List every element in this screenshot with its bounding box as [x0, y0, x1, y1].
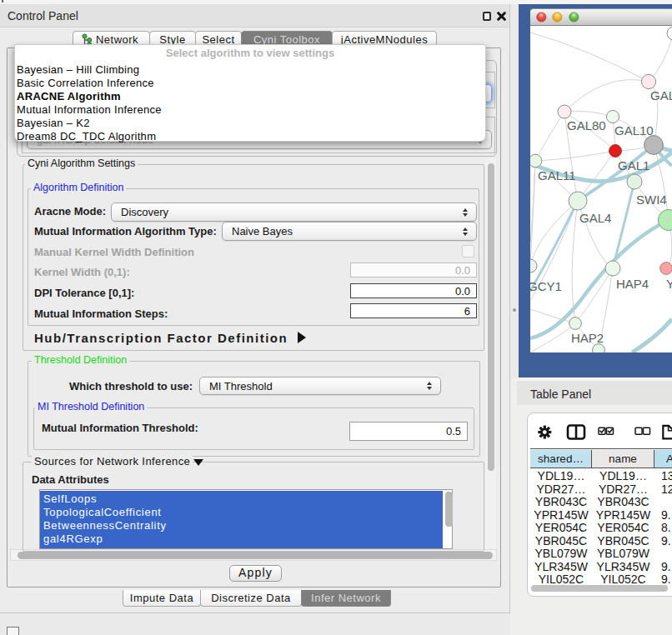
- svg-text:GAL7: GAL7: [650, 88, 672, 102]
- svg-text:GAL80: GAL80: [567, 118, 606, 132]
- svg-text:GAL1: GAL1: [618, 158, 649, 172]
- svg-text:GCY1: GCY1: [530, 279, 562, 293]
- svg-text:SWI4: SWI4: [636, 192, 667, 207]
- svg-text:GAL4: GAL4: [579, 211, 611, 225]
- svg-text:GAL10: GAL10: [614, 123, 654, 138]
- svg-text:YE: YE: [666, 277, 672, 291]
- svg-text:HAP4: HAP4: [616, 277, 649, 291]
- svg-text:HAP2: HAP2: [571, 331, 604, 345]
- svg-text:GAL11: GAL11: [538, 168, 576, 182]
